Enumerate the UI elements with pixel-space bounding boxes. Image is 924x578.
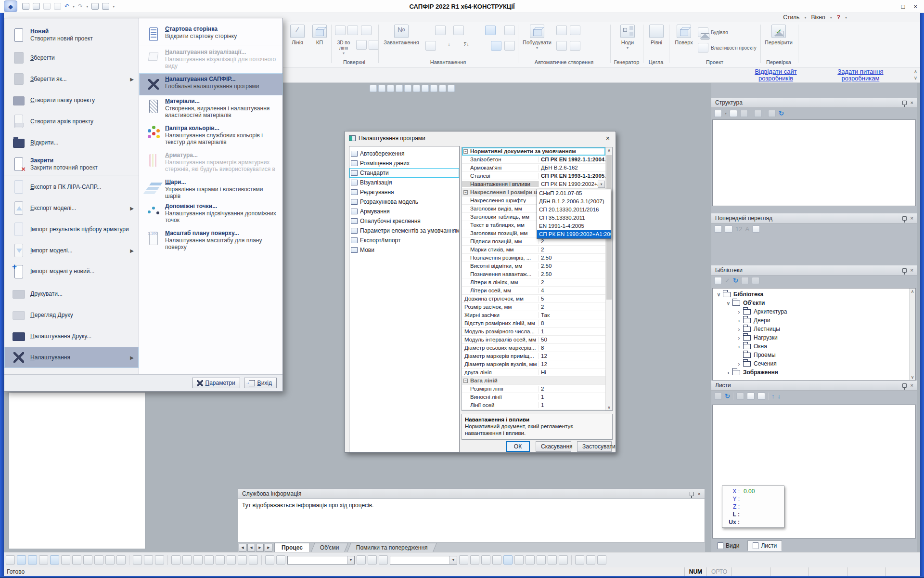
levels-button[interactable]: Рівні: [645, 24, 668, 45]
exit-button[interactable]: Вихід: [244, 378, 277, 388]
style-icon[interactable]: [357, 555, 366, 565]
snap-icon[interactable]: [116, 555, 126, 565]
maximize-button[interactable]: □: [901, 3, 905, 10]
submenu-item[interactable]: Масштаб плану поверху... Налаштування ма…: [139, 227, 282, 251]
dialog-title-bar[interactable]: Налаштування програми ×: [345, 131, 616, 145]
linear-load-icon[interactable]: [453, 26, 464, 35]
refresh-icon[interactable]: ↻: [779, 110, 784, 117]
property-value[interactable]: 5: [539, 296, 605, 302]
scroll-up-icon[interactable]: ∧: [914, 68, 917, 75]
submenu-item[interactable]: Арматура... Налаштування параметрів арма…: [139, 149, 282, 176]
style-icon[interactable]: [379, 555, 388, 565]
settings-category[interactable]: Автозбереження: [349, 149, 459, 158]
menu-item[interactable]: Зберегти як... ▶: [4, 68, 139, 90]
library-tree-item[interactable]: Бібліотека: [713, 290, 915, 299]
libraries-panel-header[interactable]: Бібліотеки ×: [711, 265, 917, 276]
property-value[interactable]: 12: [539, 353, 605, 359]
help-menu[interactable]: ?: [837, 14, 840, 21]
flag-icon[interactable]: [481, 555, 490, 565]
property-row[interactable]: Позначення навантаж... 2.50: [462, 270, 605, 278]
chevron-icon[interactable]: [736, 308, 742, 315]
view-icon[interactable]: [413, 85, 420, 92]
snap-icon[interactable]: [61, 555, 70, 565]
property-row[interactable]: Вага ліній: [462, 377, 605, 385]
property-value[interactable]: 50: [539, 337, 605, 342]
grid-icon[interactable]: [216, 555, 225, 565]
preview-panel-header[interactable]: Попередній перегляд ×: [711, 213, 917, 223]
property-value[interactable]: 2.50: [539, 255, 605, 261]
settings-category[interactable]: Експорт/Імпорт: [349, 236, 459, 245]
settings-category[interactable]: Редагування: [349, 187, 459, 197]
menu-item[interactable]: Зберегти ▶: [4, 47, 139, 68]
window-menu[interactable]: Вікно: [811, 14, 825, 21]
property-value[interactable]: Так: [539, 312, 605, 318]
grid-icon[interactable]: [249, 555, 258, 565]
settings-category[interactable]: Візуалізація: [349, 178, 459, 187]
point-load-icon[interactable]: ↓: [443, 42, 455, 47]
snap-icon[interactable]: [105, 555, 115, 565]
chevron-icon[interactable]: [725, 369, 732, 376]
rotate-icon[interactable]: [526, 555, 535, 565]
library-tree-item[interactable]: Нагрузки: [713, 333, 915, 342]
menu-item[interactable]: Друкувати... ▶: [4, 283, 139, 304]
chevron-icon[interactable]: [736, 360, 742, 368]
dialog-close-icon[interactable]: ×: [604, 134, 612, 142]
wall-icon[interactable]: [347, 26, 358, 35]
submenu-item[interactable]: Налаштування САПФІР... Глобальні налашту…: [139, 73, 282, 95]
box-icon[interactable]: [356, 40, 367, 50]
combo-caret-icon[interactable]: ▾: [449, 556, 457, 564]
property-value[interactable]: 2: [539, 247, 605, 252]
property-row[interactable]: Діаметр маркерів приміщ... 12: [462, 352, 605, 360]
text-a-icon[interactable]: A: [745, 226, 749, 233]
surface-line-icon[interactable]: [335, 26, 346, 35]
value-dropdown-button[interactable]: [598, 181, 605, 188]
dimension-12-icon[interactable]: 12: [735, 226, 742, 233]
property-value[interactable]: 4: [539, 288, 605, 293]
close-panel-icon[interactable]: ×: [911, 215, 913, 221]
menu-item[interactable]: Перегляд Друку ▶: [4, 304, 139, 326]
property-value[interactable]: 1: [539, 394, 605, 400]
view-tab[interactable]: Види: [712, 540, 744, 551]
dynamic-load-icon[interactable]: [491, 41, 501, 51]
settings-category[interactable]: Розрахункова модель: [349, 197, 459, 207]
settings-category[interactable]: Опалубочні креслення: [349, 216, 459, 226]
settings-category[interactable]: Параметри елементів за умовчанням: [349, 226, 459, 236]
property-row[interactable]: Діаметр осьових маркерів... 8: [462, 344, 605, 352]
chevron-icon[interactable]: [736, 317, 742, 324]
property-value[interactable]: Ні: [539, 369, 605, 375]
gear-list-icon[interactable]: [714, 277, 722, 284]
property-row[interactable]: Діаметр маркерів вузлів, мм 12: [462, 360, 605, 368]
new-sheet-icon[interactable]: [736, 393, 744, 400]
pin-icon[interactable]: [902, 216, 907, 221]
structure-panel-header[interactable]: Структура ×: [711, 98, 917, 108]
section-box-icon[interactable]: [740, 110, 748, 117]
property-value[interactable]: 2: [539, 304, 605, 310]
chevron-icon[interactable]: [736, 326, 742, 333]
style-menu[interactable]: Стиль: [783, 14, 799, 21]
property-row[interactable]: Жирні засічки Так: [462, 311, 605, 319]
load-button[interactable]: №Завантаження: [382, 24, 421, 45]
move-up-icon[interactable]: ↑: [771, 393, 775, 400]
frame-icon[interactable]: [754, 110, 762, 117]
grid-icon[interactable]: [193, 555, 203, 565]
property-value[interactable]: 12: [539, 361, 605, 367]
property-row[interactable]: Нормативні документи за умовчанням: [462, 147, 605, 156]
ask-question-link[interactable]: Задати питаннярозробникам: [822, 68, 899, 82]
view-icon[interactable]: [378, 85, 385, 92]
rotate-icon[interactable]: [537, 555, 546, 565]
sheet-refresh-icon[interactable]: [757, 393, 765, 400]
library-tree-item[interactable]: Сечения: [713, 359, 915, 368]
tab-next-icon[interactable]: ▶: [256, 544, 264, 552]
layer-combo[interactable]: ▾: [287, 556, 355, 565]
dome-icon[interactable]: [361, 26, 372, 35]
submenu-item[interactable]: Стартова сторінка Відкрити стартову стор…: [139, 23, 282, 45]
dropdown-option[interactable]: ДБН В.1.2-2006 3.1(2007): [537, 197, 611, 206]
build-button[interactable]: Побудувати▾: [522, 24, 552, 51]
measure-icon[interactable]: [503, 555, 513, 565]
numbering-icon[interactable]: [747, 393, 755, 400]
image-icon[interactable]: [752, 225, 760, 233]
material-combo[interactable]: ▾: [390, 556, 457, 565]
property-value[interactable]: 8: [539, 345, 605, 351]
roof-icon[interactable]: [369, 40, 379, 50]
library-tree-item[interactable]: Окна: [713, 342, 915, 351]
